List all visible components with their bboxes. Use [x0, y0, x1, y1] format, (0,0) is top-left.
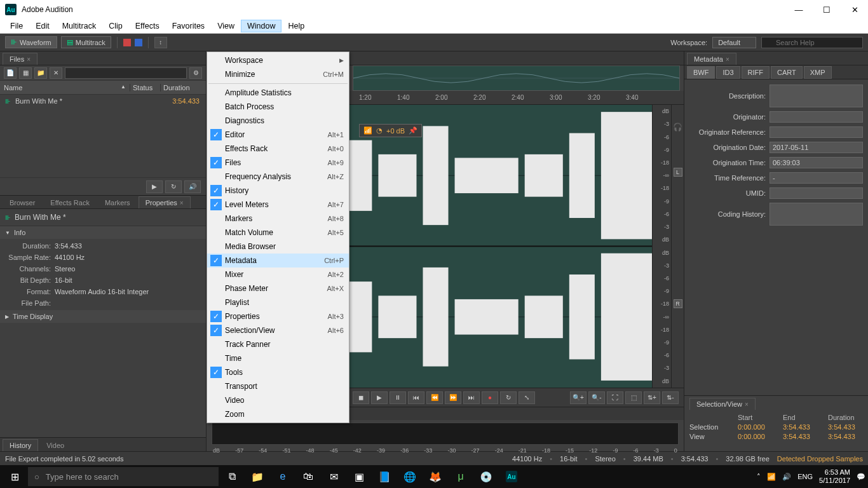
menu-file[interactable]: File — [4, 20, 29, 32]
tab-browser[interactable]: Browser — [3, 196, 42, 208]
metadata-input[interactable] — [770, 85, 863, 107]
window-maximize-button[interactable]: ☐ — [818, 5, 835, 15]
gain-knob-icon[interactable]: ◔ — [376, 126, 383, 135]
col-name[interactable]: Name — [4, 84, 22, 92]
selection-view-tab[interactable]: Selection/View× — [689, 398, 756, 410]
menu-item-tools[interactable]: ✓Tools — [207, 365, 349, 379]
zoom-out-vert-button[interactable]: ⇅- — [662, 391, 679, 404]
new-file-button[interactable]: ▦ — [19, 67, 32, 79]
import-button[interactable]: 📁 — [34, 67, 47, 79]
tray-volume-icon[interactable]: 🔊 — [782, 473, 791, 481]
waveform-overview[interactable] — [353, 65, 680, 91]
menu-item-amplitude-statistics[interactable]: Amplitude Statistics — [207, 86, 349, 100]
metadata-input[interactable] — [770, 203, 863, 226]
menu-item-video[interactable]: Video — [207, 393, 349, 407]
tab-video[interactable]: Video — [39, 439, 71, 451]
search-help-input[interactable] — [761, 37, 863, 48]
multitrack-mode-button[interactable]: ▤ Multitrack — [61, 36, 111, 48]
hud-gain-value[interactable]: +0 — [386, 127, 395, 135]
hud-overlay[interactable]: 📶 ◔ +0 dB 📌 — [359, 124, 422, 137]
sort-icon[interactable]: ▲ — [121, 84, 126, 92]
menu-item-mixer[interactable]: MixerAlt+2 — [207, 268, 349, 281]
close-icon[interactable]: × — [27, 56, 31, 63]
menu-item-selection/view[interactable]: ✓Selection/ViewAlt+6 — [207, 323, 349, 337]
menu-item-markers[interactable]: MarkersAlt+8 — [207, 212, 349, 226]
metadata-input[interactable]: 06:39:03 — [770, 157, 863, 168]
taskbar-app-edge[interactable]: e — [271, 466, 295, 487]
info-section-header[interactable]: ▼ Info — [0, 226, 206, 239]
metadata-subtab-riff[interactable]: RIFF — [742, 66, 770, 79]
time-display-section-header[interactable]: ▶ Time Display — [0, 310, 206, 323]
menu-item-time[interactable]: Time — [207, 351, 349, 365]
menu-window[interactable]: Window — [241, 20, 281, 32]
metadata-subtab-cart[interactable]: CART — [771, 66, 803, 79]
open-file-button[interactable]: 📄 — [4, 67, 17, 79]
taskbar-app-audition[interactable]: Au — [499, 466, 524, 487]
skip-selection-button[interactable]: ⤡ — [519, 391, 535, 404]
waveform-mode-button[interactable]: ⊪ Waveform — [5, 36, 57, 48]
window-close-button[interactable]: ✕ — [846, 5, 863, 15]
menu-edit[interactable]: Edit — [29, 20, 56, 32]
menu-item-history[interactable]: ✓History — [207, 184, 349, 198]
tool-move[interactable]: ↕ — [154, 37, 167, 48]
skip-back-button[interactable]: ⏮ — [408, 391, 424, 404]
tab-effects-rack[interactable]: Effects Rack — [43, 196, 97, 208]
selview-value[interactable]: 3:54.433 — [783, 433, 818, 440]
task-view-button[interactable]: ⧉ — [220, 466, 244, 487]
metadata-subtab-bwf[interactable]: BWF — [687, 66, 715, 79]
taskbar-app-disc[interactable]: 💿 — [474, 466, 498, 487]
taskbar-app-mail[interactable]: ✉ — [322, 466, 346, 487]
forward-button[interactable]: ⏩ — [445, 391, 461, 404]
metadata-input[interactable] — [770, 187, 863, 199]
zoom-in-vert-button[interactable]: ⇅+ — [644, 391, 660, 404]
status-warning[interactable]: Detected Dropped Samples — [777, 455, 863, 463]
loop-button[interactable]: ↻ — [500, 391, 517, 404]
stop-button[interactable]: ◼ — [353, 391, 369, 404]
menu-item-files[interactable]: ✓FilesAlt+9 — [207, 156, 349, 170]
menu-item-frequency-analysis[interactable]: Frequency AnalysisAlt+Z — [207, 170, 349, 184]
menu-view[interactable]: View — [211, 20, 241, 32]
taskbar-app-chrome[interactable]: 🌐 — [398, 466, 422, 487]
menu-item-media-browser[interactable]: Media Browser — [207, 240, 349, 254]
rewind-button[interactable]: ⏪ — [426, 391, 443, 404]
start-button[interactable]: ⊞ — [3, 466, 27, 487]
selview-value[interactable]: 3:54.433 — [828, 433, 863, 440]
menu-favorites[interactable]: Favorites — [166, 20, 211, 32]
metadata-input[interactable]: 2017-05-11 — [770, 142, 863, 153]
menu-clip[interactable]: Clip — [102, 20, 129, 32]
channel-right-button[interactable]: R — [674, 299, 682, 308]
tray-network-icon[interactable]: 📶 — [767, 473, 776, 481]
tray-notifications-icon[interactable]: 💬 — [857, 473, 865, 481]
selview-value[interactable]: 0:00.000 — [738, 433, 773, 440]
pin-icon[interactable]: 📌 — [409, 126, 417, 135]
taskbar-app-explorer[interactable]: 📁 — [245, 466, 269, 487]
filter-button[interactable]: ⚙ — [189, 67, 202, 79]
file-row[interactable]: ⊪Burn With Me *3:54.433 — [0, 95, 206, 107]
channel-left-button[interactable]: L — [674, 168, 682, 177]
taskbar-app-word[interactable]: 📘 — [372, 466, 397, 487]
menu-item-batch-process[interactable]: Batch Process — [207, 100, 349, 114]
metadata-subtab-id3[interactable]: ID3 — [716, 66, 740, 79]
record-button[interactable]: ● — [482, 391, 498, 404]
menu-item-track-panner[interactable]: Track Panner — [207, 337, 349, 351]
taskbar-search[interactable]: ○ Type here to search — [28, 467, 219, 486]
loop-button[interactable]: ↻ — [165, 180, 182, 193]
menu-item-transport[interactable]: Transport — [207, 379, 349, 393]
spectral-freq-toggle[interactable] — [123, 39, 131, 46]
files-tab[interactable]: Files× — [3, 53, 37, 65]
col-duration[interactable]: Duration — [160, 84, 206, 92]
metadata-subtab-xmp[interactable]: XMP — [804, 66, 832, 79]
tab-markers[interactable]: Markers — [98, 196, 137, 208]
col-status[interactable]: Status — [130, 84, 160, 92]
menu-item-diagnostics[interactable]: Diagnostics — [207, 114, 349, 128]
menu-item-properties[interactable]: ✓PropertiesAlt+3 — [207, 309, 349, 323]
zoom-out-button[interactable]: 🔍- — [588, 391, 605, 404]
workspace-dropdown[interactable]: Default — [712, 37, 756, 48]
tray-up-icon[interactable]: ˄ — [757, 473, 761, 481]
window-minimize-button[interactable]: — — [790, 5, 807, 15]
taskbar-app-store[interactable]: 🛍 — [296, 466, 320, 487]
menu-item-level-meters[interactable]: ✓Level MetersAlt+7 — [207, 198, 349, 212]
autoplay-button[interactable]: 🔊 — [184, 180, 201, 193]
metadata-input[interactable] — [770, 111, 863, 123]
pause-button[interactable]: ⏸ — [390, 391, 406, 404]
